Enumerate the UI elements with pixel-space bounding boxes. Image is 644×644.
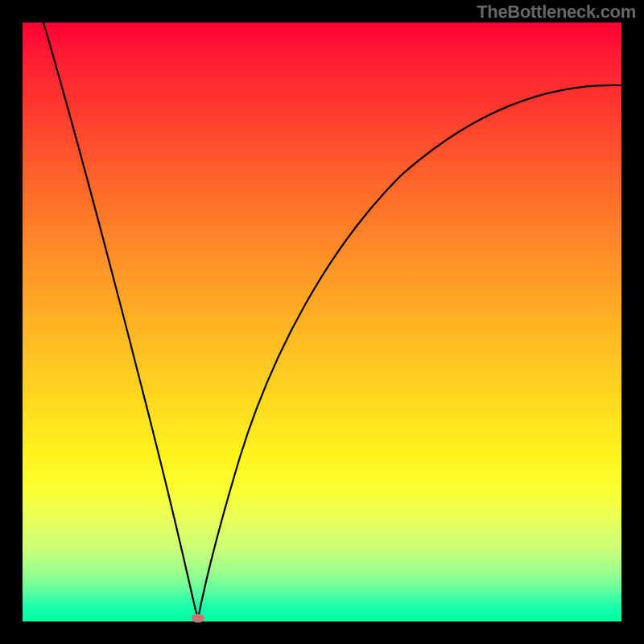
plot-area: [23, 23, 621, 621]
bottleneck-curve: [23, 23, 621, 621]
chart-frame: TheBottleneck.com: [0, 0, 644, 644]
curve-left-branch: [43, 23, 198, 618]
curve-right-branch: [198, 85, 621, 618]
optimum-marker: [192, 613, 204, 622]
watermark-text: TheBottleneck.com: [477, 2, 636, 23]
